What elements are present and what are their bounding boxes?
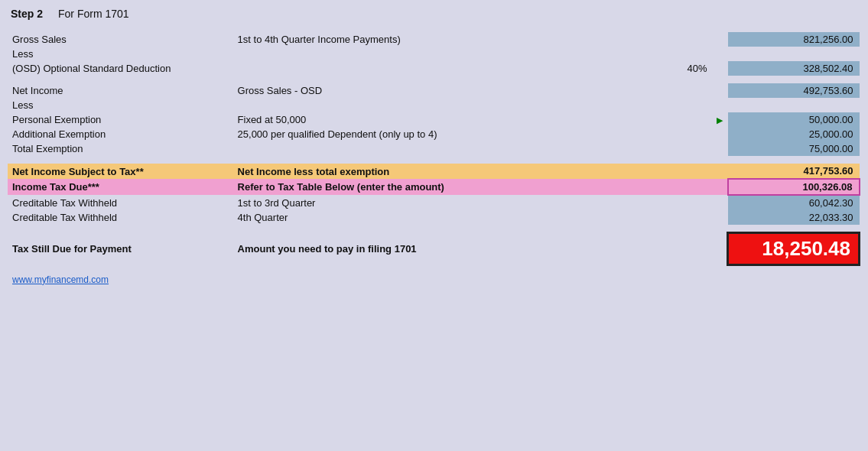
value-income-tax-due: 100,326.08	[728, 179, 860, 195]
website-row: www.myfinancemd.com	[8, 264, 860, 287]
desc-additional-exemption: 25,000 per qualified Dependent (only up …	[233, 127, 675, 141]
arrow-creditable1	[712, 195, 728, 210]
arrow-additional-exemption	[712, 127, 728, 141]
row-creditable2: Creditable Tax Withheld4th Quarter22,033…	[8, 210, 860, 225]
desc-net-income: Gross Sales - OSD	[233, 83, 675, 98]
desc-less1	[233, 47, 675, 61]
value-less1	[728, 47, 860, 61]
row-personal-exemption: Personal ExemptionFixed at 50,000▶50,000…	[8, 112, 860, 127]
row-total-exemption: Total Exemption75,000.00	[8, 141, 860, 156]
desc-net-income-tax: Net Income less total exemption	[233, 164, 675, 179]
pct-net-income	[674, 83, 711, 98]
desc-income-tax-due: Refer to Tax Table Below (enter the amou…	[233, 179, 675, 195]
pct-total-exemption	[674, 141, 711, 156]
value-creditable1: 60,042.30	[728, 195, 860, 210]
label-creditable2: Creditable Tax Withheld	[8, 210, 233, 225]
desc-personal-exemption: Fixed at 50,000	[233, 112, 675, 127]
row-net-income-tax: Net Income Subject to Tax**Net Income le…	[8, 164, 860, 179]
form-label: For Form 1701	[58, 8, 129, 20]
row-creditable1: Creditable Tax Withheld1st to 3rd Quarte…	[8, 195, 860, 210]
row-tax-due: Tax Still Due for PaymentAmount you need…	[8, 232, 860, 264]
pct-gross-sales	[674, 32, 711, 47]
label-tax-due: Tax Still Due for Payment	[8, 232, 233, 264]
pct-personal-exemption	[674, 112, 711, 127]
label-additional-exemption: Additional Exemption	[8, 127, 233, 141]
arrow-tax-due	[712, 232, 728, 264]
desc-gross-sales: 1st to 4th Quarter Income Payments)	[233, 32, 675, 47]
pct-less2	[674, 98, 711, 112]
label-less2: Less	[8, 98, 233, 112]
arrow-less1	[712, 47, 728, 61]
row-less1: Less	[8, 47, 860, 61]
pct-less1	[674, 47, 711, 61]
label-net-income: Net Income	[8, 83, 233, 98]
value-net-income: 492,753.60	[728, 83, 860, 98]
pct-osd: 40%	[674, 61, 711, 76]
desc-creditable1: 1st to 3rd Quarter	[233, 195, 675, 210]
row-less2: Less	[8, 98, 860, 112]
website-link[interactable]: www.myfinancemd.com	[12, 274, 109, 285]
row-osd: (OSD) Optional Standard Deduction40%328,…	[8, 61, 860, 76]
desc-total-exemption	[233, 141, 675, 156]
value-less2	[728, 98, 860, 112]
header-row: Step 2 For Form 1701	[8, 8, 860, 20]
desc-creditable2: 4th Quarter	[233, 210, 675, 225]
label-net-income-tax: Net Income Subject to Tax**	[8, 164, 233, 179]
pct-net-income-tax	[674, 164, 711, 179]
label-less1: Less	[8, 47, 233, 61]
label-personal-exemption: Personal Exemption	[8, 112, 233, 127]
value-gross-sales: 821,256.00	[728, 32, 860, 47]
label-income-tax-due: Income Tax Due***	[8, 179, 233, 195]
arrow-osd	[712, 61, 728, 76]
value-additional-exemption: 25,000.00	[728, 127, 860, 141]
arrow-net-income-tax	[712, 164, 728, 179]
row-additional-exemption: Additional Exemption25,000 per qualified…	[8, 127, 860, 141]
pct-additional-exemption	[674, 127, 711, 141]
spacer-row	[8, 225, 860, 232]
pct-creditable1	[674, 195, 711, 210]
value-total-exemption: 75,000.00	[728, 141, 860, 156]
pct-creditable2	[674, 210, 711, 225]
arrow-total-exemption	[712, 141, 728, 156]
row-gross-sales: Gross Sales1st to 4th Quarter Income Pay…	[8, 32, 860, 47]
main-table: Gross Sales1st to 4th Quarter Income Pay…	[8, 32, 860, 287]
arrow-creditable2	[712, 210, 728, 225]
value-net-income-tax: 417,753.60	[728, 164, 860, 179]
pct-tax-due	[674, 232, 711, 264]
arrow-net-income	[712, 83, 728, 98]
value-osd: 328,502.40	[728, 61, 860, 76]
pct-income-tax-due	[674, 179, 711, 195]
arrow-personal-exemption: ▶	[712, 112, 728, 127]
spacer-row	[8, 156, 860, 164]
desc-tax-due: Amount you need to pay in filing 1701	[233, 232, 675, 264]
row-net-income: Net IncomeGross Sales - OSD492,753.60	[8, 83, 860, 98]
label-total-exemption: Total Exemption	[8, 141, 233, 156]
spacer-row	[8, 76, 860, 83]
arrow-gross-sales	[712, 32, 728, 47]
arrow-income-tax-due	[712, 179, 728, 195]
desc-osd	[233, 61, 675, 76]
value-creditable2: 22,033.30	[728, 210, 860, 225]
label-gross-sales: Gross Sales	[8, 32, 233, 47]
value-personal-exemption: 50,000.00	[728, 112, 860, 127]
value-tax-due: 18,250.48	[728, 232, 860, 264]
label-osd: (OSD) Optional Standard Deduction	[8, 61, 233, 76]
desc-less2	[233, 98, 675, 112]
step-label: Step 2	[11, 8, 43, 20]
main-container: Step 2 For Form 1701 Gross Sales1st to 4…	[0, 0, 868, 451]
arrow-less2	[712, 98, 728, 112]
row-income-tax-due: Income Tax Due***Refer to Tax Table Belo…	[8, 179, 860, 195]
label-creditable1: Creditable Tax Withheld	[8, 195, 233, 210]
